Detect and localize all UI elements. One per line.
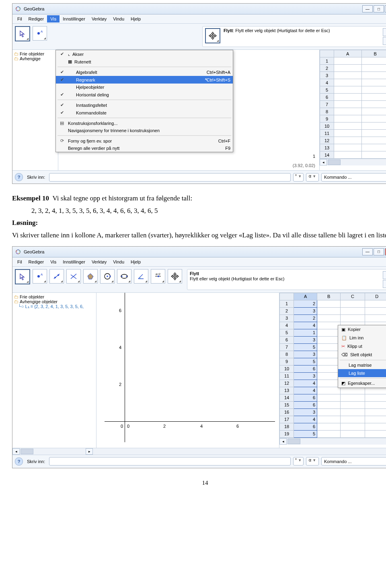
degree-dropdown[interactable]: ° ▼ [293,173,304,182]
menu-vis[interactable]: Vis [47,258,60,265]
cell[interactable]: 5 [294,358,317,365]
cell[interactable] [317,416,341,423]
cell[interactable]: 3 [294,408,317,416]
tool-polygon[interactable] [83,269,98,284]
cell[interactable] [317,372,341,380]
spreadsheet-view[interactable]: ABCD 12233244516375839510611312413414615… [279,293,386,448]
cell[interactable] [317,307,341,314]
menu-fil[interactable]: Fil [14,15,25,22]
input-field[interactable] [49,173,291,182]
tool-ellipse[interactable] [117,269,131,284]
cell[interactable] [341,314,365,322]
row-header[interactable]: 1 [280,300,294,307]
col-header-d[interactable]: D [365,293,386,300]
cell[interactable] [365,314,386,322]
horizontal-scrollbar[interactable]: ◂▸ [320,159,386,165]
ctx-lag-matrise[interactable]: Lag matrise [338,361,386,369]
folder-free-objects[interactable]: 🗀Frie objekter [14,51,56,56]
row-header[interactable]: 1 [320,57,334,65]
ctx-lag-liste[interactable]: Lag liste [338,369,386,377]
cell[interactable] [317,401,341,408]
folder-free-objects[interactable]: 🗀Frie objekter [14,294,94,299]
tool-move-graphics[interactable] [168,269,182,284]
row-header[interactable]: 12 [280,380,294,387]
row-header[interactable]: 13 [320,144,334,151]
menu-verktoy[interactable]: Verktøy [88,15,110,22]
menu-item-hjelpeobjekter[interactable]: Hjelpeobjekter [56,84,233,91]
row-header[interactable]: 10 [280,365,294,372]
help-icon[interactable]: ? [15,173,23,181]
cell[interactable] [365,408,386,416]
redo-button[interactable]: ↷ [383,280,386,288]
cell[interactable] [317,408,341,416]
menu-fil[interactable]: Fil [14,258,25,265]
cell[interactable]: 6 [294,423,317,430]
cell[interactable] [365,387,386,394]
undo-button[interactable]: ↶ [383,271,386,279]
tool-move[interactable] [15,269,30,284]
tool-point[interactable]: A [33,26,47,41]
command-dropdown[interactable]: Kommando ...▼ [321,173,386,182]
cell[interactable] [317,300,341,307]
menu-vis[interactable]: Vis [47,15,60,22]
row-header[interactable]: 4 [320,79,334,86]
ctx-lim-inn[interactable]: 📋Lim inn [338,334,386,342]
tool-perpendicular[interactable] [66,269,81,284]
cell[interactable] [317,430,341,437]
menu-item-horisontal-deling[interactable]: ✔Horisontal deling [56,91,233,98]
row-header[interactable]: 2 [320,65,334,72]
menu-item-navigasjonsmeny[interactable]: Navigasjonsmeny for trinnene i konstruks… [56,127,233,134]
row-header[interactable]: 8 [280,351,294,358]
cell[interactable] [317,336,341,343]
cell[interactable] [365,307,386,314]
ctx-slett-objekt[interactable]: ⌫Slett objekt [338,351,386,359]
tool-line[interactable] [49,269,64,284]
alpha-dropdown[interactable]: α ▼ [306,457,319,466]
cell[interactable] [317,358,341,365]
row-header[interactable]: 3 [320,72,334,79]
cell[interactable]: 2 [294,300,317,307]
cell[interactable]: 4 [294,322,317,329]
row-header[interactable]: 6 [320,94,334,101]
row-header[interactable]: 7 [280,343,294,351]
cell[interactable] [341,307,365,314]
cell[interactable] [341,430,365,437]
cell[interactable]: 5 [294,430,317,437]
cell[interactable] [341,416,365,423]
col-header-c[interactable]: C [341,293,365,300]
menu-rediger[interactable]: Rediger [25,15,47,22]
cell[interactable]: 4 [294,387,317,394]
cell[interactable]: 6 [294,394,317,401]
menu-item-forny[interactable]: ⟳Forny og fjern ev. sporCtrl+F [56,137,233,145]
row-header[interactable]: 17 [280,416,294,423]
graphics-view[interactable]: 0 2 4 6 0 2 4 6 [96,293,279,448]
cell[interactable]: 6 [294,365,317,372]
degree-dropdown[interactable]: ° ▼ [293,457,304,466]
row-header[interactable]: 10 [320,122,334,130]
algebra-horizontal-scrollbar[interactable]: ◂▸ [12,448,386,455]
row-header[interactable]: 9 [320,115,334,122]
cell[interactable] [365,416,386,423]
maximize-button[interactable]: □ [374,248,384,255]
redo-button[interactable]: ↷ [383,37,386,45]
cell[interactable] [317,343,341,351]
row-header[interactable]: 13 [280,387,294,394]
cell[interactable] [341,394,365,401]
cell[interactable] [317,365,341,372]
cell[interactable] [317,329,341,336]
cell[interactable] [317,351,341,358]
row-header[interactable]: 2 [280,307,294,314]
cell[interactable] [341,401,365,408]
menu-item-beregn[interactable]: Beregn alle verdier på nyttF9 [56,145,233,152]
menu-item-kommandoliste[interactable]: ✔Kommandoliste [56,109,233,116]
menu-item-rutenett[interactable]: ▦Rutenett [56,58,233,65]
col-header-a[interactable]: A [334,50,362,57]
cell[interactable]: 3 [294,336,317,343]
row-header[interactable]: 14 [320,151,334,159]
row-header[interactable]: 19 [280,430,294,437]
cell[interactable] [317,314,341,322]
cell[interactable] [317,394,341,401]
row-header[interactable]: 3 [280,314,294,322]
alpha-dropdown[interactable]: α ▼ [306,173,319,182]
undo-button[interactable]: ↶ [383,28,386,36]
